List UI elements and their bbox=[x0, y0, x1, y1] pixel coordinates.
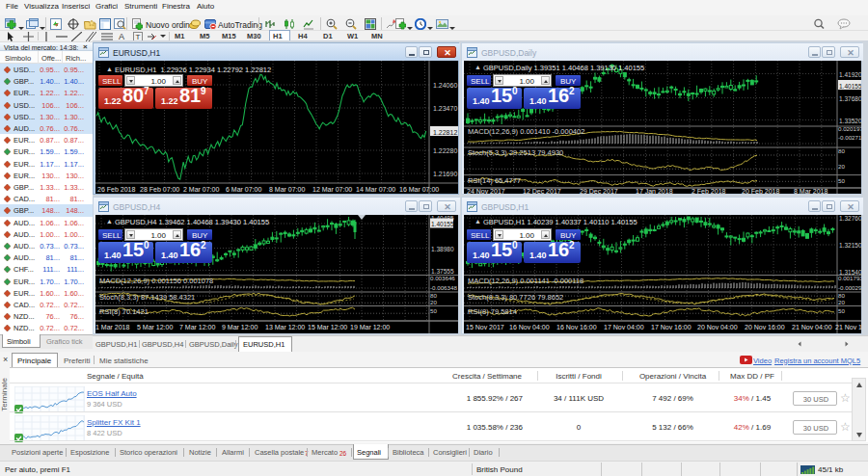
svg-text:20: 20 bbox=[838, 163, 845, 170]
svg-text:7 Mar 12:00: 7 Mar 12:00 bbox=[179, 324, 215, 331]
svg-text:0.001793: 0.001793 bbox=[838, 275, 861, 281]
svg-text:2 Feb 2018: 2 Feb 2018 bbox=[692, 188, 726, 194]
svg-text:17 Nov 04:00: 17 Nov 04:00 bbox=[604, 324, 644, 331]
svg-text:1.37680: 1.37680 bbox=[839, 95, 861, 102]
svg-text:1.22812: 1.22812 bbox=[433, 129, 457, 136]
svg-text:GBPUSD,H4 1.39462 1.40468 1.3: GBPUSD,H4 1.39462 1.40468 1.39430 1.4015… bbox=[115, 218, 269, 226]
svg-text:20 Feb 2018: 20 Feb 2018 bbox=[742, 188, 779, 194]
svg-text:26 Feb 2018: 26 Feb 2018 bbox=[97, 186, 135, 193]
svg-text:1.22280: 1.22280 bbox=[433, 147, 457, 154]
svg-text:1.21690: 1.21690 bbox=[433, 171, 457, 177]
svg-text:15 Nov 2017: 15 Nov 2017 bbox=[466, 324, 504, 331]
svg-text:1 Mar 2018: 1 Mar 2018 bbox=[95, 324, 130, 331]
svg-text:16 Mar 07:00: 16 Mar 07:00 bbox=[399, 186, 439, 193]
svg-text:1.32150: 1.32150 bbox=[839, 242, 861, 249]
svg-text:50: 50 bbox=[838, 177, 845, 184]
svg-text:20: 20 bbox=[838, 299, 845, 305]
svg-text:80: 80 bbox=[838, 147, 845, 154]
svg-text:1.41920: 1.41920 bbox=[839, 71, 861, 78]
svg-text:12 Dec 2017: 12 Dec 2017 bbox=[523, 188, 561, 194]
svg-text:GBPUSD,H1 1.40239 1.40337 1.4: GBPUSD,H1 1.40239 1.40337 1.40110 1.4015… bbox=[483, 218, 637, 226]
svg-text:16 Nov 04:00: 16 Nov 04:00 bbox=[509, 324, 550, 331]
svg-text:17 Nov 16:00: 17 Nov 16:00 bbox=[651, 324, 692, 331]
svg-text:21 Nov 04:00: 21 Nov 04:00 bbox=[792, 324, 832, 331]
svg-text:8 Mar 07:00: 8 Mar 07:00 bbox=[269, 186, 305, 193]
svg-text:▲: ▲ bbox=[106, 66, 113, 72]
svg-text:8 Mar 2018: 8 Mar 2018 bbox=[794, 188, 828, 194]
svg-text:50: 50 bbox=[838, 307, 845, 314]
svg-text:GBPUSD,Daily 1.39351 1.40468: GBPUSD,Daily 1.39351 1.40468 1.39130 1.4… bbox=[483, 64, 644, 72]
svg-text:29 Dec 2017: 29 Dec 2017 bbox=[580, 188, 618, 194]
svg-text:2 Mar 07:00: 2 Mar 07:00 bbox=[183, 186, 219, 193]
svg-text:RSI(8) 70.1421: RSI(8) 70.1421 bbox=[99, 307, 149, 316]
svg-text:28 Feb 07:00: 28 Feb 07:00 bbox=[140, 186, 179, 193]
svg-text:1.40155: 1.40155 bbox=[839, 83, 861, 90]
svg-text:20 Nov 16:00: 20 Nov 16:00 bbox=[745, 324, 785, 331]
svg-text:MACD(12,26,9) 0.001141 -0.0001: MACD(12,26,9) 0.001141 -0.000118 bbox=[468, 277, 583, 285]
svg-text:13 Mar 12:00: 13 Mar 12:00 bbox=[265, 324, 305, 331]
svg-text:1.33520: 1.33520 bbox=[839, 118, 861, 124]
svg-text:14 Mar 07:00: 14 Mar 07:00 bbox=[356, 186, 395, 193]
svg-text:1.23470: 1.23470 bbox=[433, 105, 457, 112]
svg-text:Stoch(5,3,3) 29.2513 79.4930: Stoch(5,3,3) 29.2513 79.4930 bbox=[468, 148, 563, 157]
svg-text:EURUSD,H1 1.22926 1.22934 1.2: EURUSD,H1 1.22926 1.22934 1.22792 1.2281… bbox=[115, 66, 271, 74]
svg-text:9 Mar 12:00: 9 Mar 12:00 bbox=[222, 324, 258, 331]
svg-text:1.38980: 1.38980 bbox=[431, 246, 454, 252]
svg-text:RSI(8) 79.5814: RSI(8) 79.5814 bbox=[468, 307, 517, 316]
svg-text:20 Nov 04:00: 20 Nov 04:00 bbox=[697, 324, 738, 331]
svg-text:Stoch(8,3,3) 80.7726 79.8652: Stoch(8,3,3) 80.7726 79.8652 bbox=[468, 293, 563, 302]
svg-text:-0.002717: -0.002717 bbox=[838, 134, 861, 141]
svg-text:12 Mar 07:00: 12 Mar 07:00 bbox=[312, 186, 352, 193]
svg-text:1.24060: 1.24060 bbox=[433, 82, 457, 89]
svg-text:-0.000291: -0.000291 bbox=[838, 284, 861, 291]
svg-text:1.40155: 1.40155 bbox=[431, 221, 454, 227]
svg-text:MACD(12,26,9) 0.001410 -0.0004: MACD(12,26,9) 0.001410 -0.000402 bbox=[468, 127, 584, 136]
svg-text:-0.006348: -0.006348 bbox=[430, 284, 457, 291]
svg-text:RSI(14) 65.4777: RSI(14) 65.4777 bbox=[468, 176, 521, 185]
svg-text:17 Jan 2018: 17 Jan 2018 bbox=[636, 188, 673, 194]
svg-text:▲: ▲ bbox=[106, 218, 113, 225]
svg-text:6 Mar 07:00: 6 Mar 07:00 bbox=[226, 186, 261, 193]
svg-text:80: 80 bbox=[430, 292, 437, 299]
svg-text:20: 20 bbox=[430, 299, 437, 305]
svg-text:1.32760: 1.32760 bbox=[839, 215, 861, 222]
svg-text:80: 80 bbox=[838, 292, 845, 299]
svg-text:5 Mar 12:00: 5 Mar 12:00 bbox=[137, 324, 173, 331]
svg-text:MACD(12,26,9) 0.001156 0.00107: MACD(12,26,9) 0.001156 0.001078 bbox=[99, 277, 213, 285]
svg-text:21 Nov 16:00: 21 Nov 16:00 bbox=[835, 324, 861, 331]
svg-text:Stoch(8,3,3) 87.1439 58.4321: Stoch(8,3,3) 87.1439 58.4321 bbox=[99, 293, 195, 302]
svg-text:19 Mar 12:00: 19 Mar 12:00 bbox=[350, 324, 390, 331]
svg-text:▲: ▲ bbox=[475, 218, 481, 225]
svg-text:0.020197: 0.020197 bbox=[838, 125, 861, 132]
svg-text:15 Mar 12:00: 15 Mar 12:00 bbox=[308, 324, 347, 331]
svg-text:▲: ▲ bbox=[475, 64, 481, 70]
svg-text:1.37555: 1.37555 bbox=[431, 268, 454, 275]
svg-text:0.003646: 0.003646 bbox=[430, 275, 455, 281]
svg-text:50: 50 bbox=[430, 307, 437, 314]
svg-text:24 Nov 2017: 24 Nov 2017 bbox=[467, 188, 505, 194]
svg-text:16 Nov 16:00: 16 Nov 16:00 bbox=[556, 324, 597, 331]
